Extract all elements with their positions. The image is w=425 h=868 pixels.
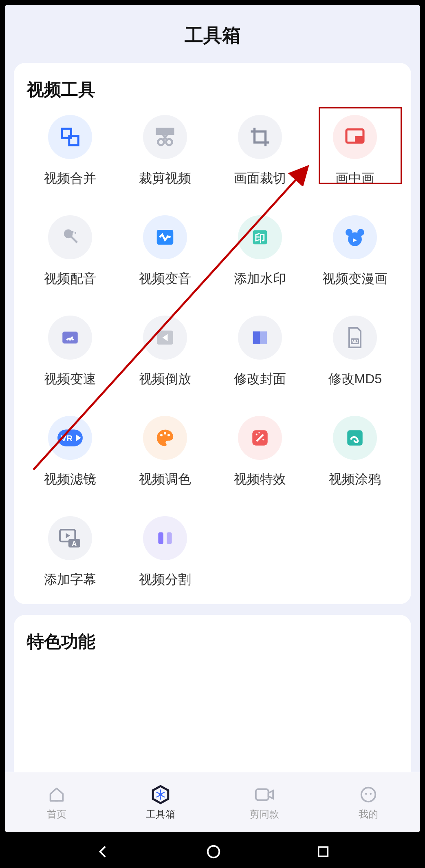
tool-video-dubbing[interactable]: 视频配音 <box>25 215 115 288</box>
content-area: 视频工具 视频合并 裁剪视频 <box>5 63 420 772</box>
device-frame: 工具箱 视频工具 视频合并 裁剪视 <box>0 0 425 837</box>
tool-label: 视频变音 <box>139 270 191 288</box>
svg-point-23 <box>164 432 166 435</box>
tool-label: 视频滤镜 <box>44 470 96 488</box>
vr-filter-icon: VR <box>48 416 92 460</box>
camera-icon <box>254 784 275 805</box>
video-tools-grid: 视频合并 裁剪视频 画面裁切 <box>25 115 400 589</box>
anime-icon <box>333 215 377 259</box>
tabbar-label: 工具箱 <box>146 808 175 821</box>
tool-label: 视频涂鸦 <box>329 470 381 488</box>
svg-point-39 <box>365 793 367 795</box>
tool-label: 视频配音 <box>44 270 96 288</box>
tab-mine[interactable]: 我的 <box>316 772 420 832</box>
book-icon <box>238 316 282 360</box>
tool-label: 视频合并 <box>44 170 96 188</box>
tool-label: 裁剪视频 <box>139 170 191 188</box>
reverse-icon <box>143 316 187 360</box>
page-title: 工具箱 <box>5 5 420 63</box>
android-recent-button[interactable] <box>316 845 330 860</box>
svg-point-7 <box>74 232 76 234</box>
tool-video-merge[interactable]: 视频合并 <box>25 115 115 188</box>
android-back-button[interactable] <box>95 844 110 861</box>
svg-point-22 <box>160 434 163 436</box>
subtitle-icon: A <box>48 516 92 560</box>
tab-template[interactable]: 剪同款 <box>213 772 317 832</box>
tool-label: 视频变速 <box>44 370 96 388</box>
card-title-featured: 特色功能 <box>25 630 400 653</box>
tool-video-voice-change[interactable]: 视频变音 <box>120 215 209 288</box>
svg-rect-38 <box>361 787 375 802</box>
tool-label: 视频分割 <box>139 571 191 589</box>
video-tools-card: 视频工具 视频合并 裁剪视频 <box>14 63 411 604</box>
tool-video-filter[interactable]: VR 视频滤镜 <box>25 416 115 488</box>
svg-text:印: 印 <box>255 232 265 244</box>
pip-icon <box>333 115 377 159</box>
tool-label: 视频倒放 <box>139 370 191 388</box>
svg-text:VR: VR <box>61 433 73 443</box>
palette-icon <box>143 416 187 460</box>
speedometer-icon <box>48 316 92 360</box>
magic-wand-icon <box>238 416 282 460</box>
svg-text:A: A <box>72 540 77 548</box>
svg-rect-33 <box>158 532 163 544</box>
microphone-icon <box>48 215 92 259</box>
doodle-icon <box>333 416 377 460</box>
svg-rect-8 <box>157 230 174 245</box>
tool-add-subtitle[interactable]: A 添加字幕 <box>25 516 115 589</box>
bottom-tabbar: 首页 工具箱 剪同款 我的 <box>5 772 420 832</box>
split-icon <box>143 516 187 560</box>
tool-video-reverse[interactable]: 视频倒放 <box>120 316 209 388</box>
tool-label: 画中画 <box>335 170 374 188</box>
tool-picture-in-picture[interactable]: 画中画 <box>310 115 400 188</box>
svg-point-42 <box>207 846 219 858</box>
tool-video-color[interactable]: 视频调色 <box>120 416 209 488</box>
svg-point-26 <box>256 434 258 435</box>
crop-icon <box>238 115 282 159</box>
featured-card: 特色功能 <box>14 615 411 772</box>
md5-file-icon: MD <box>333 316 377 360</box>
tabbar-label: 首页 <box>47 808 66 821</box>
svg-rect-0 <box>156 128 174 135</box>
svg-point-40 <box>370 793 372 795</box>
tool-video-to-anime[interactable]: 视频变漫画 <box>310 215 400 288</box>
tool-video-effects[interactable]: 视频特效 <box>216 416 305 488</box>
tool-label: 修改MD5 <box>328 370 382 388</box>
tabbar-label: 剪同款 <box>250 808 279 821</box>
card-title-video-tools: 视频工具 <box>25 78 400 101</box>
tool-change-md5[interactable]: MD 修改MD5 <box>310 316 400 388</box>
voice-change-icon <box>143 215 187 259</box>
tool-video-trim[interactable]: 裁剪视频 <box>120 115 209 188</box>
face-icon <box>358 784 379 805</box>
tool-label: 视频调色 <box>139 470 191 488</box>
merge-icon <box>48 115 92 159</box>
svg-rect-4 <box>355 136 363 143</box>
tool-label: 视频变漫画 <box>322 270 388 288</box>
tool-label: 添加字幕 <box>44 571 96 589</box>
tool-video-speed[interactable]: 视频变速 <box>25 316 115 388</box>
tool-add-watermark[interactable]: 印 添加水印 <box>216 215 305 288</box>
screen: 工具箱 视频工具 视频合并 裁剪视 <box>5 5 420 832</box>
tool-label: 画面裁切 <box>234 170 286 188</box>
svg-rect-43 <box>318 847 328 857</box>
tool-frame-crop[interactable]: 画面裁切 <box>216 115 305 188</box>
tab-toolbox[interactable]: 工具箱 <box>109 772 213 832</box>
tool-label: 添加水印 <box>234 270 286 288</box>
tool-change-cover[interactable]: 修改封面 <box>216 316 305 388</box>
svg-point-24 <box>167 434 170 436</box>
watermark-icon: 印 <box>238 215 282 259</box>
tool-label: 修改封面 <box>234 370 286 388</box>
android-home-button[interactable] <box>206 844 221 861</box>
home-icon <box>46 784 67 805</box>
svg-rect-34 <box>167 532 172 544</box>
tab-home[interactable]: 首页 <box>5 772 109 832</box>
toolbox-icon <box>150 784 171 805</box>
scissors-icon <box>143 115 187 159</box>
android-navbar <box>0 837 425 868</box>
svg-rect-14 <box>62 331 78 343</box>
svg-point-27 <box>262 439 264 440</box>
svg-point-12 <box>346 229 352 236</box>
tool-label: 视频特效 <box>234 470 286 488</box>
tool-video-doodle[interactable]: 视频涂鸦 <box>310 416 400 488</box>
tool-video-split[interactable]: 视频分割 <box>120 516 209 589</box>
